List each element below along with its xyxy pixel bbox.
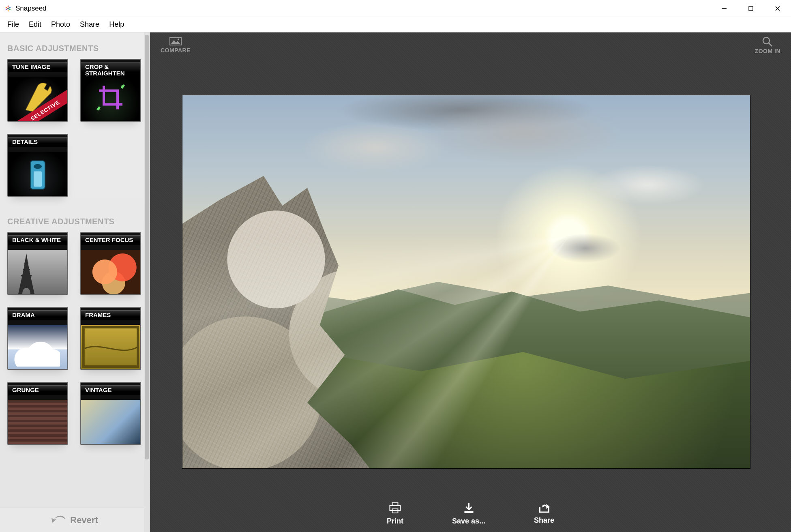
print-icon (389, 502, 401, 514)
print-label: Print (387, 517, 403, 526)
tool-grid-creative: BLACK & WHITE CENTER FOCUS DRAMA (7, 232, 142, 445)
tool-crop-straighten[interactable]: CROP & STRAIGHTEN (80, 59, 141, 122)
maximize-button[interactable] (737, 0, 764, 17)
close-button[interactable] (764, 0, 791, 17)
zoom-in-button[interactable]: ZOOM IN (755, 36, 780, 58)
tool-black-white[interactable]: BLACK & WHITE (7, 232, 68, 295)
tool-tune-image[interactable]: TUNE IMAGE SELECTIVE (7, 59, 68, 122)
svg-rect-12 (390, 506, 400, 511)
tool-grid-basic: TUNE IMAGE SELECTIVE CROP & STRAIGHTEN (7, 59, 142, 197)
menu-file[interactable]: File (2, 18, 24, 31)
svg-point-8 (178, 39, 179, 40)
zoom-in-label: ZOOM IN (755, 48, 780, 54)
sidebar: BASIC ADJUSTMENTS TUNE IMAGE SELECTIVE C… (0, 32, 150, 532)
svg-rect-7 (170, 38, 181, 45)
revert-label: Revert (70, 515, 98, 526)
tool-label: BLACK & WHITE (8, 235, 67, 245)
tool-label: DRAMA (8, 310, 67, 320)
tool-art (81, 325, 140, 369)
svg-rect-11 (392, 503, 398, 506)
svg-rect-14 (464, 511, 473, 513)
revert-button[interactable]: Revert (0, 508, 150, 532)
minimize-icon (722, 6, 727, 11)
tool-center-focus[interactable]: CENTER FOCUS (80, 232, 141, 295)
save-as-button[interactable]: Save as... (452, 502, 485, 526)
window-title: Snapseed (15, 4, 47, 13)
app-logo-icon (4, 4, 12, 13)
section-title-creative: CREATIVE ADJUSTMENTS (7, 217, 142, 226)
svg-rect-1 (722, 8, 727, 9)
tool-art (81, 400, 140, 444)
tool-art (8, 325, 67, 369)
svg-point-0 (7, 7, 9, 9)
svg-line-10 (769, 43, 772, 46)
share-icon (538, 502, 550, 513)
svg-rect-5 (34, 171, 42, 187)
tool-art (8, 152, 67, 196)
compare-label: COMPARE (161, 47, 191, 54)
scrollbar-thumb[interactable] (145, 35, 149, 459)
svg-point-4 (34, 164, 42, 169)
share-label: Share (534, 516, 554, 525)
menu-share[interactable]: Share (75, 18, 104, 31)
svg-rect-2 (749, 6, 753, 11)
sidebar-scrollbar[interactable] (144, 32, 150, 532)
svg-point-9 (763, 37, 770, 44)
eiffel-icon (12, 253, 41, 294)
share-button[interactable]: Share (534, 502, 554, 526)
tool-art (81, 77, 140, 121)
save-as-label: Save as... (452, 517, 485, 526)
menu-edit[interactable]: Edit (24, 18, 46, 31)
sharpener-icon (26, 157, 50, 194)
tool-art (8, 250, 67, 294)
cloud-icon (11, 342, 60, 367)
menubar: File Edit Photo Share Help (0, 17, 791, 32)
tool-art (81, 250, 140, 294)
photo-frame[interactable] (182, 95, 750, 468)
print-button[interactable]: Print (387, 502, 403, 526)
compare-icon (169, 36, 182, 46)
tool-label: CENTER FOCUS (81, 235, 140, 245)
bottom-action-bar: Print Save as... Share (387, 502, 554, 526)
tool-label: FRAMES (81, 310, 140, 320)
menu-photo[interactable]: Photo (46, 18, 75, 31)
menu-help[interactable]: Help (104, 18, 129, 31)
minimize-button[interactable] (711, 0, 737, 17)
canvas-top-bar: COMPARE ZOOM IN (150, 32, 791, 58)
window-controls (711, 0, 791, 17)
tool-details[interactable]: DETAILS (7, 134, 68, 197)
tool-label: DETAILS (8, 137, 67, 147)
main-area: BASIC ADJUSTMENTS TUNE IMAGE SELECTIVE C… (0, 32, 791, 532)
tool-grunge[interactable]: GRUNGE (7, 382, 68, 445)
tool-label: VINTAGE (81, 385, 140, 395)
frames-icon (81, 325, 140, 369)
crop-icon (96, 83, 125, 112)
tool-drama[interactable]: DRAMA (7, 307, 68, 370)
tool-label: GRUNGE (8, 385, 67, 395)
maximize-icon (748, 6, 753, 11)
compare-button[interactable]: COMPARE (161, 36, 191, 58)
close-icon (775, 6, 780, 11)
photo (182, 95, 750, 468)
titlebar: Snapseed (0, 0, 791, 17)
section-title-basic: BASIC ADJUSTMENTS (7, 44, 142, 53)
zoom-in-icon (762, 36, 773, 47)
tool-vintage[interactable]: VINTAGE (80, 382, 141, 445)
tool-art: SELECTIVE (8, 77, 67, 121)
save-as-icon (463, 502, 474, 514)
tool-frames[interactable]: FRAMES (80, 307, 141, 370)
tool-label: CROP & STRAIGHTEN (81, 62, 140, 79)
canvas-area: COMPARE ZOOM IN (150, 32, 791, 532)
tool-art (8, 400, 67, 444)
tool-label: TUNE IMAGE (8, 62, 67, 72)
revert-icon (51, 515, 65, 525)
tool-scroll: BASIC ADJUSTMENTS TUNE IMAGE SELECTIVE C… (0, 32, 150, 508)
